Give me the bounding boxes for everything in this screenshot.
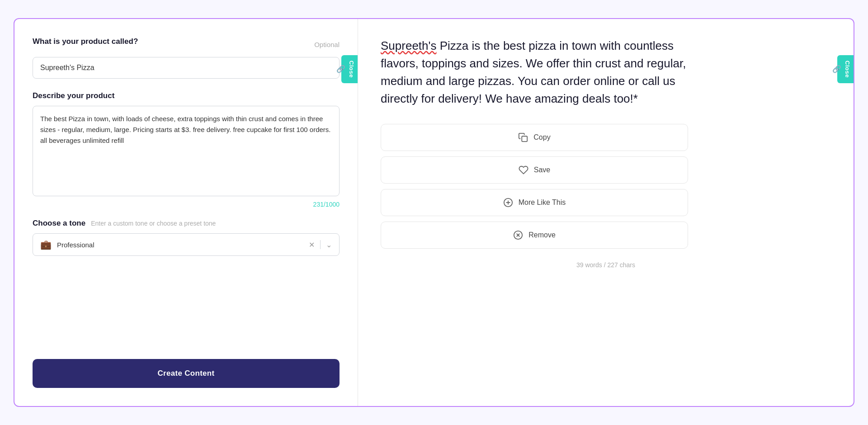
char-count: 231/1000 [33,201,340,208]
more-like-this-button[interactable]: More Like This [381,189,688,216]
optional-label: Optional [314,41,340,48]
tone-section: Choose a tone Enter a custom tone or cho… [33,219,340,256]
generated-text-name: Supreeth's [381,39,437,52]
describe-label: Describe your product [33,91,340,100]
plus-circle-icon [503,198,513,208]
copy-label: Copy [533,133,550,142]
link-icon-right: 🔗 [832,65,842,73]
close-tab-right[interactable]: Close 🔗 [837,55,854,83]
product-field-header: What is your product called? Optional [33,37,340,52]
copy-button[interactable]: Copy [381,124,688,151]
action-buttons: Copy Save More Like Th [381,124,688,249]
tone-actions: ✕ ⌄ [309,240,332,249]
tone-label: Choose a tone [33,219,85,228]
create-content-button[interactable]: Create Content [33,359,340,388]
svg-rect-0 [522,136,528,142]
briefcase-icon: 💼 [40,239,52,250]
remove-button[interactable]: Remove [381,222,688,249]
more-like-this-label: More Like This [519,198,566,207]
remove-label: Remove [528,231,556,239]
chevron-down-icon[interactable]: ⌄ [326,241,332,249]
tone-header: Choose a tone Enter a custom tone or cho… [33,219,340,228]
close-tab-right-label: Close [844,61,851,78]
left-panel: What is your product called? Optional De… [14,19,358,406]
x-circle-icon [513,230,523,240]
tone-value: Professional [57,241,303,249]
save-button[interactable]: Save [381,156,688,184]
product-name-input[interactable] [33,57,340,79]
describe-textarea[interactable]: The best Pizza in town, with loads of ch… [33,106,340,196]
heart-icon [519,165,528,175]
describe-textarea-wrapper: The best Pizza in town, with loads of ch… [33,106,340,198]
app-container: What is your product called? Optional De… [14,18,854,407]
tone-hint: Enter a custom tone or choose a preset t… [91,220,216,227]
link-icon-left: 🔗 [336,65,346,73]
tone-divider [320,240,321,249]
copy-icon [518,132,528,142]
right-panel: Supreeth's Pizza is the best pizza in to… [358,19,854,406]
generated-text: Supreeth's Pizza is the best pizza in to… [381,37,688,108]
tone-select[interactable]: 💼 Professional ✕ ⌄ [33,233,340,256]
tone-clear-button[interactable]: ✕ [309,241,315,249]
close-tab-left[interactable]: Close 🔗 [341,55,358,83]
product-label: What is your product called? [33,37,138,46]
save-label: Save [534,166,550,174]
close-tab-left-label: Close [348,61,355,78]
word-count: 39 words / 227 chars [381,261,831,269]
